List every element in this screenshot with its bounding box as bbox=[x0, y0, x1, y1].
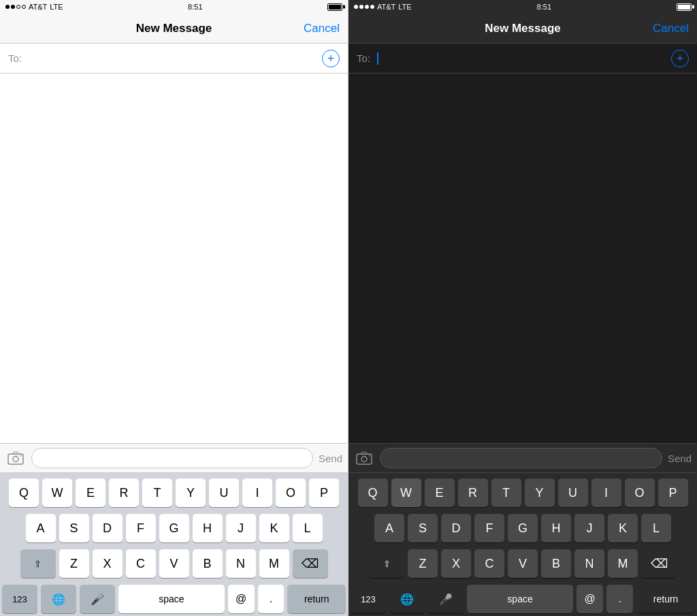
key-shift-dark[interactable]: ⇧ bbox=[369, 549, 404, 578]
key-N-dark[interactable]: N bbox=[574, 549, 604, 578]
key-L-light[interactable]: L bbox=[293, 514, 323, 542]
key-K-light[interactable]: K bbox=[259, 514, 289, 542]
key-C-dark[interactable]: C bbox=[474, 549, 504, 578]
key-space-dark[interactable]: space bbox=[467, 585, 573, 613]
key-A-light[interactable]: A bbox=[26, 514, 56, 542]
key-mic-light[interactable]: 🎤 bbox=[80, 585, 115, 613]
svg-point-7 bbox=[369, 455, 370, 457]
key-L-dark[interactable]: L bbox=[641, 514, 671, 542]
key-P-dark[interactable]: P bbox=[658, 479, 688, 507]
key-row-3-light: ⇧ Z X C V B N M ⌫ bbox=[2, 549, 346, 578]
key-M-light[interactable]: M bbox=[259, 549, 289, 578]
to-label-dark: To: bbox=[357, 52, 373, 64]
key-at-dark[interactable]: @ bbox=[577, 585, 603, 613]
key-O-light[interactable]: O bbox=[276, 479, 306, 507]
message-input-light[interactable] bbox=[31, 448, 313, 468]
cancel-button-light[interactable]: Cancel bbox=[304, 22, 340, 35]
dot3 bbox=[16, 5, 20, 9]
send-button-dark[interactable]: Send bbox=[668, 453, 692, 464]
key-Y-dark[interactable]: Y bbox=[525, 479, 555, 507]
key-D-dark[interactable]: D bbox=[441, 514, 471, 542]
key-X-dark[interactable]: X bbox=[441, 549, 471, 578]
to-field-light[interactable]: To: + bbox=[0, 44, 348, 74]
key-F-light[interactable]: F bbox=[126, 514, 156, 542]
key-E-dark[interactable]: E bbox=[425, 479, 455, 507]
dark-panel: AT&T LTE 8:51 New Message Cancel To: + S… bbox=[348, 0, 697, 616]
key-W-light[interactable]: W bbox=[42, 479, 72, 507]
key-return-light[interactable]: return bbox=[287, 585, 346, 613]
key-row-4-light: 123 🌐 🎤 space @ . return bbox=[2, 585, 346, 613]
key-H-light[interactable]: H bbox=[193, 514, 223, 542]
status-bar-light: AT&T LTE 8:51 bbox=[0, 0, 348, 14]
key-row-4-dark: 123 🌐 🎤 space @ . return bbox=[351, 585, 695, 613]
key-B-light[interactable]: B bbox=[193, 549, 223, 578]
send-button-light[interactable]: Send bbox=[319, 453, 342, 464]
dot1-dark bbox=[354, 5, 358, 9]
key-R-light[interactable]: R bbox=[109, 479, 139, 507]
key-H-dark[interactable]: H bbox=[541, 514, 571, 542]
key-Z-dark[interactable]: Z bbox=[408, 549, 438, 578]
key-return-dark[interactable]: return bbox=[636, 585, 695, 613]
key-T-dark[interactable]: T bbox=[491, 479, 521, 507]
key-A-dark[interactable]: A bbox=[374, 514, 404, 542]
add-recipient-button-light[interactable]: + bbox=[322, 50, 340, 67]
add-recipient-button-dark[interactable]: + bbox=[671, 50, 689, 67]
key-J-dark[interactable]: J bbox=[574, 514, 604, 542]
key-globe-light[interactable]: 🌐 bbox=[41, 585, 76, 613]
key-at-light[interactable]: @ bbox=[228, 585, 255, 613]
key-globe-dark[interactable]: 🌐 bbox=[389, 585, 425, 613]
key-Q-light[interactable]: Q bbox=[9, 479, 39, 507]
camera-button-light[interactable] bbox=[5, 448, 26, 468]
key-I-light[interactable]: I bbox=[242, 479, 272, 507]
key-mic-dark[interactable]: 🎤 bbox=[428, 585, 464, 613]
key-I-dark[interactable]: I bbox=[591, 479, 621, 507]
key-S-light[interactable]: S bbox=[59, 514, 89, 542]
key-S-dark[interactable]: S bbox=[408, 514, 438, 542]
key-dot-light[interactable]: . bbox=[258, 585, 285, 613]
key-R-dark[interactable]: R bbox=[458, 479, 488, 507]
key-N-light[interactable]: N bbox=[226, 549, 256, 578]
key-U-dark[interactable]: U bbox=[558, 479, 588, 507]
message-input-dark[interactable] bbox=[380, 448, 662, 468]
key-O-dark[interactable]: O bbox=[625, 479, 655, 507]
key-delete-light[interactable]: ⌫ bbox=[293, 549, 328, 578]
key-row-1-dark: Q W E R T Y U I O P bbox=[351, 479, 695, 507]
status-left-light: AT&T LTE bbox=[5, 3, 63, 11]
key-K-dark[interactable]: K bbox=[608, 514, 638, 542]
key-shift-light[interactable]: ⇧ bbox=[20, 549, 56, 578]
key-V-light[interactable]: V bbox=[159, 549, 189, 578]
key-B-dark[interactable]: B bbox=[541, 549, 571, 578]
message-body-dark bbox=[348, 74, 697, 443]
status-bar-dark: AT&T LTE 8:51 bbox=[348, 0, 697, 14]
key-V-dark[interactable]: V bbox=[508, 549, 538, 578]
key-X-light[interactable]: X bbox=[93, 549, 123, 578]
key-M-dark[interactable]: M bbox=[608, 549, 638, 578]
key-P-light[interactable]: P bbox=[309, 479, 339, 507]
camera-button-dark[interactable] bbox=[354, 448, 374, 468]
key-Y-light[interactable]: Y bbox=[176, 479, 206, 507]
dot3-dark bbox=[365, 5, 369, 9]
key-G-dark[interactable]: G bbox=[508, 514, 538, 542]
keyboard-light: Q W E R T Y U I O P A S D F G H J K L ⇧ … bbox=[0, 473, 348, 616]
key-Z-light[interactable]: Z bbox=[59, 549, 89, 578]
key-T-light[interactable]: T bbox=[142, 479, 172, 507]
key-F-dark[interactable]: F bbox=[474, 514, 504, 542]
key-D-light[interactable]: D bbox=[93, 514, 123, 542]
key-W-dark[interactable]: W bbox=[391, 479, 421, 507]
key-dot-dark[interactable]: . bbox=[606, 585, 633, 613]
to-field-dark[interactable]: To: + bbox=[348, 44, 697, 74]
key-E-light[interactable]: E bbox=[76, 479, 106, 507]
key-space-light[interactable]: space bbox=[118, 585, 225, 613]
key-G-light[interactable]: G bbox=[159, 514, 189, 542]
time-light: 8:51 bbox=[188, 3, 202, 11]
cursor-dark bbox=[377, 52, 378, 65]
cancel-button-dark[interactable]: Cancel bbox=[653, 22, 689, 35]
key-delete-dark[interactable]: ⌫ bbox=[641, 549, 677, 578]
key-J-light[interactable]: J bbox=[226, 514, 256, 542]
key-123-light[interactable]: 123 bbox=[2, 585, 37, 613]
key-123-dark[interactable]: 123 bbox=[351, 585, 386, 613]
key-U-light[interactable]: U bbox=[209, 479, 239, 507]
key-C-light[interactable]: C bbox=[126, 549, 156, 578]
svg-point-1 bbox=[13, 457, 18, 462]
key-Q-dark[interactable]: Q bbox=[358, 479, 388, 507]
